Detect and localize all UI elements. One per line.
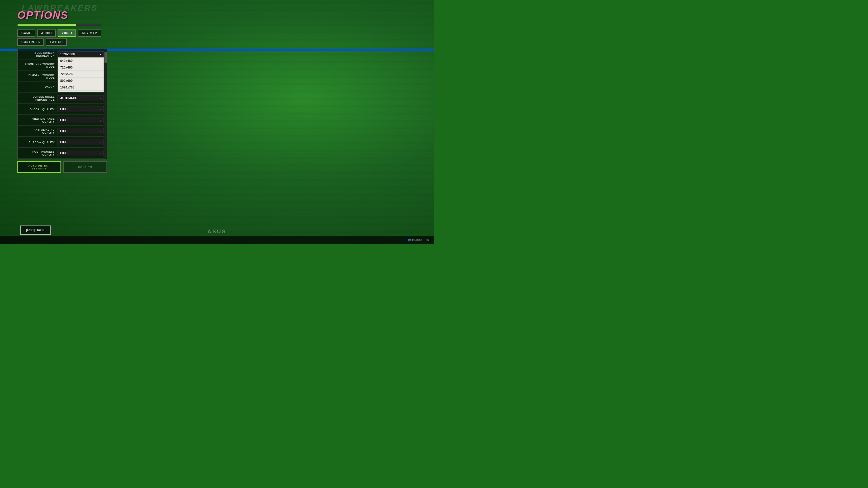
progress-bar-container — [18, 24, 101, 26]
view-distance-dropdown[interactable]: High — [58, 117, 104, 123]
post-process-dropdown-wrapper: High ▼ — [58, 150, 104, 156]
label-view-distance-quality: VIEW DISTANCE QUALITY — [21, 118, 58, 123]
resolution-arrow-icon: ▼ — [99, 53, 102, 56]
global-quality-dropdown[interactable]: High — [58, 106, 104, 112]
resolution-value[interactable]: 1920x1080 ▼ — [58, 51, 104, 57]
anti-aliasing-dropdown[interactable]: High — [58, 128, 104, 134]
label-screen-scale: SCREEN SCALE PERCENTAGE — [21, 95, 58, 101]
resolution-option-4[interactable]: 1024x768 — [58, 84, 103, 91]
resolution-option-2[interactable]: 720x576 — [58, 71, 103, 77]
label-in-match-window-mode: IN MATCH WINDOW MODE — [21, 73, 58, 79]
setting-global-quality: GLOBAL QUALITY High ▼ — [18, 104, 107, 115]
options-title: OPTIONS — [18, 9, 119, 22]
global-quality-dropdown-wrapper: High ▼ — [58, 106, 104, 112]
fps-text: 22 — [427, 238, 429, 241]
setting-full-screen-resolution: FULL SCREEN RESOLUTION 1920x1080 ▼ 640x4… — [18, 49, 107, 60]
back-button[interactable]: [ESC] BACK — [20, 226, 51, 235]
label-post-process-quality: POST PROCESS QUALITY — [21, 150, 58, 156]
label-vsync: VSYNC — [21, 86, 58, 89]
post-process-dropdown[interactable]: High — [58, 150, 104, 156]
bottom-bar: 👥 0 Online 22 — [0, 236, 434, 244]
settings-scrollbar[interactable] — [104, 49, 107, 159]
auto-detect-button[interactable]: AUTO DETECT SETTINGS — [18, 161, 61, 173]
nav-tabs: GAME AUDIO VIDEO KEY MAP CONTROLS TWITCH — [18, 30, 107, 46]
scrollbar-thumb — [104, 52, 107, 63]
online-icon: 👥 — [408, 238, 411, 241]
view-distance-dropdown-wrapper: High ▼ — [58, 117, 104, 123]
tab-twitch[interactable]: TWITCH — [46, 38, 67, 46]
label-front-end-window-mode: FRONT END WINDOW MODE — [21, 62, 58, 68]
setting-view-distance-quality: VIEW DISTANCE QUALITY High ▼ — [18, 115, 107, 126]
shadow-quality-dropdown[interactable]: High — [58, 139, 104, 145]
tab-video[interactable]: VIDEO — [58, 30, 76, 37]
setting-screen-scale: SCREEN SCALE PERCENTAGE Automatic ▼ — [18, 93, 107, 104]
monitor-brand: ASUS — [208, 229, 226, 235]
tab-keymap[interactable]: KEY MAP — [78, 30, 101, 37]
online-count-text: 0 Online — [412, 238, 422, 241]
resolution-wrapper: 1920x1080 ▼ 640x480 720x480 720x576 800x… — [58, 51, 104, 57]
options-panel: OPTIONS GAME AUDIO VIDEO KEY MAP CONTROL… — [18, 9, 119, 173]
resolution-text: 1920x1080 — [60, 53, 75, 56]
resolution-option-3[interactable]: 800x600 — [58, 77, 103, 84]
settings-area: FULL SCREEN RESOLUTION 1920x1080 ▼ 640x4… — [18, 48, 107, 159]
confirm-button[interactable]: CONFIRM — [63, 161, 107, 173]
screen-scale-dropdown-wrapper: Automatic ▼ — [58, 95, 104, 101]
label-shadow-quality: SHADOW QUALITY — [21, 141, 58, 144]
label-anti-aliasing: ANTI ALIASING QUALITY — [21, 128, 58, 134]
tab-controls[interactable]: CONTROLS — [18, 38, 44, 46]
shadow-quality-dropdown-wrapper: High ▼ — [58, 139, 104, 145]
resolution-option-1[interactable]: 720x480 — [58, 64, 103, 71]
tab-audio[interactable]: AUDIO — [37, 30, 56, 37]
resolution-dropdown-list: 640x480 720x480 720x576 800x600 1024x768… — [58, 57, 104, 92]
resolution-option-0[interactable]: 640x480 — [58, 58, 103, 64]
action-buttons: AUTO DETECT SETTINGS CONFIRM — [18, 161, 107, 173]
label-full-screen-resolution: FULL SCREEN RESOLUTION — [21, 52, 58, 57]
tab-game[interactable]: GAME — [18, 30, 35, 37]
anti-aliasing-dropdown-wrapper: High ▼ — [58, 128, 104, 134]
fps-counter: 22 — [427, 238, 429, 241]
progress-bar-fill — [18, 24, 76, 26]
setting-anti-aliasing: ANTI ALIASING QUALITY High ▼ — [18, 126, 107, 137]
online-count: 👥 0 Online — [408, 238, 422, 241]
setting-shadow-quality: SHADOW QUALITY High ▼ — [18, 137, 107, 148]
label-global-quality: GLOBAL QUALITY — [21, 108, 58, 111]
resolution-option-5[interactable]: 1152x864 — [58, 91, 103, 92]
setting-post-process-quality: POST PROCESS QUALITY High ▼ — [18, 148, 107, 159]
screen-scale-dropdown[interactable]: Automatic — [58, 95, 104, 101]
